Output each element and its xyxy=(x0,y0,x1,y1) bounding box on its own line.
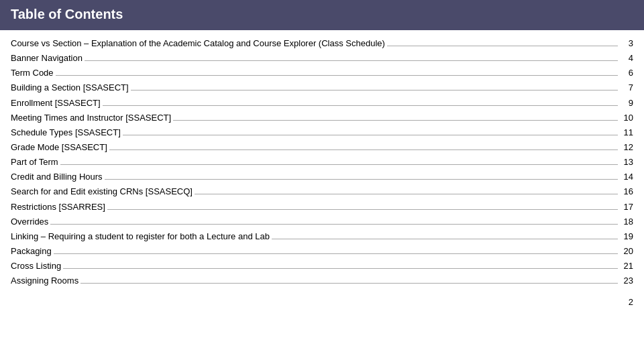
header-title: Table of Contents xyxy=(11,7,123,21)
toc-item: Term Code6 xyxy=(11,66,633,80)
toc-item: Enrollment [SSASECT]9 xyxy=(11,97,633,110)
toc-dots xyxy=(123,135,618,135)
toc-page-number: 14 xyxy=(620,170,633,184)
toc-item: Grade Mode [SSASECT]12 xyxy=(11,141,633,154)
toc-page-number: 18 xyxy=(620,215,633,229)
toc-label: Enrollment [SSASECT] xyxy=(11,97,101,110)
toc-dots xyxy=(195,194,618,194)
toc-item: Banner Navigation4 xyxy=(11,52,633,65)
toc-item: Overrides18 xyxy=(11,215,633,229)
toc-page-number: 13 xyxy=(620,156,633,169)
toc-label: Term Code xyxy=(11,66,54,80)
toc-dots xyxy=(85,60,618,61)
toc-label: Building a Section [SSASECT] xyxy=(11,81,129,95)
toc-dots xyxy=(131,90,618,90)
toc-dots xyxy=(105,179,618,180)
toc-label: Part of Term xyxy=(11,156,58,169)
toc-label: Course vs Section – Explanation of the A… xyxy=(11,37,385,50)
toc-page-number: 12 xyxy=(620,141,633,154)
toc-label: Cross Listing xyxy=(11,259,61,273)
toc-dots xyxy=(63,268,618,269)
toc-label: Packaging xyxy=(11,245,52,258)
toc-item: Linking – Requiring a student to registe… xyxy=(11,230,633,243)
toc-dots xyxy=(56,75,618,76)
toc-label: Meeting Times and Instructor [SSASECT] xyxy=(11,111,171,125)
toc-page-number: 16 xyxy=(620,185,633,198)
toc-item: Credit and Billing Hours14 xyxy=(11,170,633,184)
toc-label: Credit and Billing Hours xyxy=(11,170,103,184)
toc-dots xyxy=(80,283,618,284)
toc-page-number: 6 xyxy=(620,66,633,80)
toc-dots xyxy=(109,149,618,150)
toc-item: Schedule Types [SSASECT]11 xyxy=(11,126,633,139)
toc-page-number: 20 xyxy=(620,245,633,258)
toc-item: Building a Section [SSASECT]7 xyxy=(11,81,633,95)
toc-page-number: 21 xyxy=(620,259,633,273)
toc-page-number: 9 xyxy=(620,97,633,110)
toc-item: Meeting Times and Instructor [SSASECT]10 xyxy=(11,111,633,125)
toc-page-number: 11 xyxy=(620,126,633,139)
toc-dots xyxy=(173,120,618,121)
toc-item: Restrictions [SSARRES]17 xyxy=(11,200,633,214)
toc-dots xyxy=(387,46,618,46)
toc-dots xyxy=(103,105,618,106)
toc-page-number: 17 xyxy=(620,200,633,214)
toc-label: Overrides xyxy=(11,215,48,229)
footer-page-number: 2 xyxy=(0,294,644,307)
toc-page-number: 23 xyxy=(620,274,633,288)
toc-label: Assigning Rooms xyxy=(11,274,78,288)
toc-dots xyxy=(272,239,618,239)
toc-item: Part of Term13 xyxy=(11,156,633,169)
toc-page-number: 10 xyxy=(620,111,633,125)
toc-dots xyxy=(107,209,618,210)
toc-dots xyxy=(50,224,618,225)
toc-item: Search for and Edit existing CRNs [SSASE… xyxy=(11,185,633,198)
toc-label: Search for and Edit existing CRNs [SSASE… xyxy=(11,185,193,198)
header: Table of Contents xyxy=(0,0,644,30)
toc-content: Course vs Section – Explanation of the A… xyxy=(0,30,644,294)
toc-dots xyxy=(54,253,618,254)
toc-item: Course vs Section – Explanation of the A… xyxy=(11,37,633,50)
toc-label: Grade Mode [SSASECT] xyxy=(11,141,107,154)
toc-page-number: 3 xyxy=(620,37,633,50)
toc-dots xyxy=(60,164,618,165)
toc-label: Schedule Types [SSASECT] xyxy=(11,126,121,139)
toc-label: Banner Navigation xyxy=(11,52,83,65)
toc-item: Cross Listing21 xyxy=(11,259,633,273)
toc-item: Packaging20 xyxy=(11,245,633,258)
toc-page-number: 7 xyxy=(620,81,633,95)
toc-item: Assigning Rooms23 xyxy=(11,274,633,288)
toc-label: Linking – Requiring a student to registe… xyxy=(11,230,270,243)
toc-page-number: 4 xyxy=(620,52,633,65)
toc-label: Restrictions [SSARRES] xyxy=(11,200,105,214)
toc-page-number: 19 xyxy=(620,230,633,243)
